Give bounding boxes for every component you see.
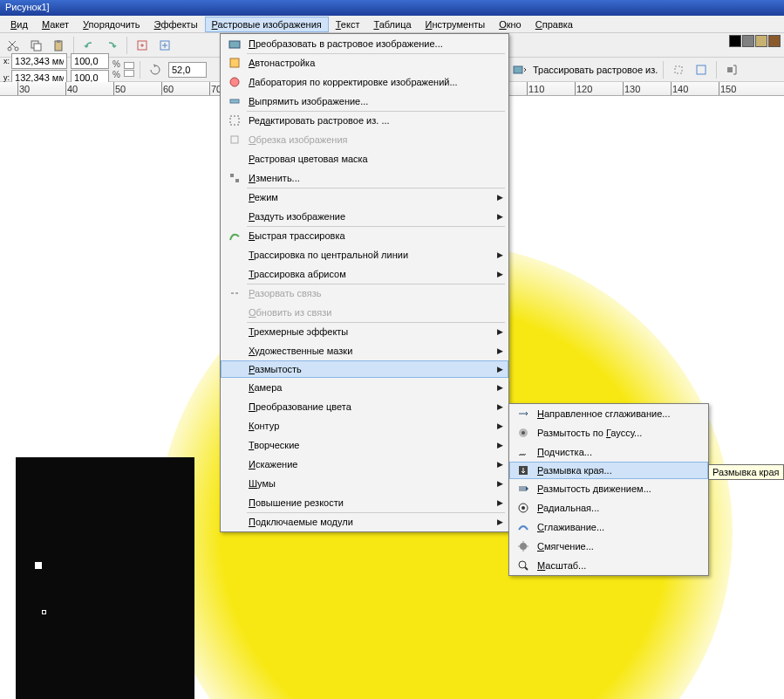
menu-item[interactable]: Искажение▶ [221, 455, 508, 474]
menu-item-label: Трассировка абрисом [249, 269, 497, 279]
paste-icon[interactable] [49, 36, 68, 55]
color-swatch[interactable] [729, 35, 741, 47]
width-input[interactable] [71, 53, 109, 69]
menu-item[interactable]: Раздуть изображение▶ [221, 207, 508, 226]
menu-item[interactable]: Упорядочить [76, 17, 147, 32]
separator [716, 61, 717, 79]
svg-rect-15 [230, 99, 239, 103]
menu-item[interactable]: Преобразование цвета▶ [221, 397, 508, 416]
menu-item[interactable]: Повышение резкости▶ [221, 493, 508, 512]
redo-icon[interactable] [102, 36, 121, 55]
menu-item[interactable]: Камера▶ [221, 378, 508, 397]
blank-icon [226, 457, 243, 471]
selection-handle[interactable] [35, 562, 42, 569]
submenu-item[interactable]: Направленное сглаживание... [509, 404, 708, 423]
svg-point-21 [522, 431, 525, 435]
submenu-item[interactable]: Подчистка... [509, 442, 708, 462]
ruler-label: 60 [163, 84, 174, 94]
menu-item[interactable]: Выпрямить изображение... [221, 92, 508, 111]
menu-item[interactable]: Справка [528, 17, 580, 32]
copy-icon[interactable] [26, 36, 45, 55]
menu-item[interactable]: Текст [329, 17, 367, 32]
dir-icon [515, 407, 532, 421]
svg-rect-9 [675, 66, 682, 73]
submenu-item[interactable]: Размытость движением... [509, 479, 708, 498]
menu-item-label: Автонастройка [249, 58, 503, 68]
color-swatch[interactable] [742, 35, 754, 47]
submenu-item[interactable]: Радиальная... [509, 498, 708, 517]
break-icon [226, 286, 243, 300]
submenu-item-label: Размывка края... [537, 465, 612, 476]
trace-icon[interactable] [510, 60, 529, 79]
menu-item-label: Обновить из связи [249, 307, 503, 318]
percent-label: % [112, 59, 120, 69]
selection-handle[interactable] [42, 610, 46, 614]
x-label: x: [3, 57, 10, 65]
menu-item[interactable]: Растровая цветовая маска [221, 149, 508, 168]
lab-icon [226, 75, 243, 89]
submenu-arrow-icon: ▶ [497, 479, 503, 488]
submenu-arrow-icon: ▶ [497, 346, 503, 355]
submenu-item[interactable]: Размывка края... [509, 462, 708, 479]
color-swatch[interactable] [755, 35, 767, 47]
svg-rect-19 [235, 179, 239, 182]
ruler-label: 30 [19, 84, 30, 94]
menu-item[interactable]: Растровые изображения [205, 17, 329, 32]
menu-item[interactable]: Изменить... [221, 168, 508, 188]
menu-item[interactable]: Инструменты [419, 17, 493, 32]
menu-item-label: Редактировать растровое из. ... [249, 115, 503, 126]
menu-item[interactable]: Быстрая трассировка [221, 226, 508, 245]
menu-item[interactable]: Шумы▶ [221, 474, 508, 493]
menu-item-label: Контур [249, 421, 497, 431]
color-swatches [729, 35, 781, 47]
trace-label[interactable]: Трассировать растровое из. [533, 65, 658, 75]
rotation-input[interactable] [168, 62, 207, 78]
motion-icon [515, 482, 532, 496]
menu-item[interactable]: Трассировка абрисом▶ [221, 264, 508, 284]
menu-item[interactable]: Подключаемые модули▶ [221, 512, 508, 531]
submenu-item[interactable]: Сглаживание... [509, 517, 708, 537]
menu-item[interactable]: Эффекты [147, 17, 205, 32]
menu-item[interactable]: Вид [3, 17, 35, 32]
menu-item[interactable]: Творческие▶ [221, 435, 508, 455]
wrap-icon[interactable] [722, 60, 741, 79]
import-icon[interactable] [133, 36, 152, 55]
svg-rect-11 [727, 67, 733, 72]
menu-item[interactable]: Художественные мазки▶ [221, 341, 508, 360]
menu-item[interactable]: Преобразовать в растровое изображение... [221, 34, 508, 53]
menu-item-label: Разорвать связь [249, 288, 503, 298]
separator [73, 37, 74, 54]
resample-icon[interactable] [692, 60, 711, 79]
black-rectangle [16, 457, 194, 699]
color-swatch[interactable] [768, 35, 781, 47]
menu-item[interactable]: Макет [35, 17, 76, 32]
menu-item[interactable]: Лаборатория по корректировке изображений… [221, 72, 508, 92]
ruler-label: 40 [67, 84, 78, 94]
menu-item[interactable]: Таблица [366, 17, 418, 32]
menu-item-label: Повышение резкости [249, 497, 497, 508]
blank-icon [226, 496, 243, 510]
menu-item[interactable]: Автонастройка [221, 53, 508, 72]
menu-item[interactable]: Трехмерные эффекты▶ [221, 322, 508, 341]
menu-item[interactable]: Размытость▶ [221, 360, 508, 378]
x-input[interactable] [11, 53, 67, 69]
svg-rect-10 [697, 65, 706, 74]
lock-aspect-icon[interactable] [124, 62, 134, 77]
submenu-item[interactable]: Размытость по Гауссу... [509, 423, 708, 442]
menu-item[interactable]: Контур▶ [221, 416, 508, 435]
undo-icon[interactable] [79, 36, 99, 55]
menu-item-label: Быстрая трассировка [249, 230, 503, 241]
submenu-item[interactable]: Масштаб... [509, 556, 708, 575]
blank-icon [226, 267, 243, 281]
menu-item[interactable]: Трассировка по центральной линии▶ [221, 245, 508, 264]
crop-icon[interactable] [669, 60, 688, 79]
menu-item[interactable]: Окно [492, 17, 528, 32]
submenu-arrow-icon: ▶ [497, 327, 503, 336]
cut-icon[interactable] [3, 36, 23, 55]
submenu-item-label: Направленное сглаживание... [537, 408, 670, 419]
export-icon[interactable] [155, 36, 174, 55]
menu-item[interactable]: Редактировать растровое из. ... [221, 111, 508, 130]
svg-rect-8 [514, 66, 522, 73]
menu-item[interactable]: Режим▶ [221, 188, 508, 207]
submenu-item[interactable]: Смягчение... [509, 537, 708, 556]
